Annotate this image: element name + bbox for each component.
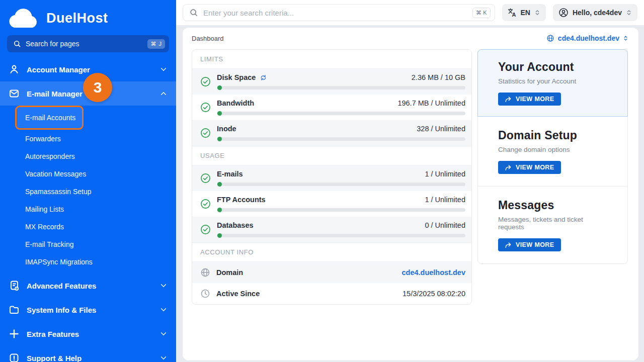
sidebar-search[interactable]: Search for pages ⌘ J: [7, 35, 169, 52]
limits-header: LIMITS: [192, 50, 471, 69]
sidebar-nav: Account Manager E-mail Manager E-mail Ac…: [0, 57, 176, 362]
sidebar-item-autoresponders[interactable]: Autoresponders: [0, 147, 176, 165]
annotation-step-badge: 3: [83, 73, 112, 102]
redirect-icon: [505, 164, 512, 171]
sidebar-item-imapsync-migrations[interactable]: IMAPSync Migrations: [0, 253, 176, 270]
domain-link[interactable]: cde4.duelhost.dev: [401, 268, 465, 277]
domain-selector[interactable]: cde4.duelhost.dev: [546, 34, 628, 42]
user-menu[interactable]: Hello, cde4dev: [553, 4, 637, 21]
info-row-domain: Domain cde4.duelhost.dev: [192, 262, 471, 283]
redirect-icon: [505, 242, 512, 248]
chevron-down-icon: [159, 65, 168, 73]
sidebar-item-spamassassin-setup[interactable]: Spamassassin Setup: [0, 183, 176, 200]
user-greeting: Hello, cde4dev: [573, 9, 622, 17]
sort-chevrons-icon: [534, 9, 540, 16]
check-circle-icon: [200, 199, 211, 209]
sidebar-item-mailing-lists[interactable]: Mailing Lists: [0, 200, 176, 218]
sidebar-item-label: Support & Help: [27, 354, 152, 362]
card-domain-setup: Domain Setup Change domain options VIEW …: [478, 117, 627, 186]
view-more-button[interactable]: VIEW MORE: [498, 93, 561, 106]
refresh-icon[interactable]: [260, 74, 267, 81]
user-circle-icon: [558, 8, 569, 18]
stat-label: Bandwidth: [217, 99, 254, 107]
stat-value: 196.7 MB / Unlimited: [397, 99, 465, 107]
user-icon: [9, 64, 20, 75]
domain-selector-label: cde4.duelhost.dev: [558, 34, 619, 42]
language-selector[interactable]: A EN: [502, 4, 546, 21]
card-subtitle: Messages, tickets and ticket requests: [498, 216, 607, 231]
sidebar-item-label: System Info & Files: [27, 306, 152, 314]
view-more-label: VIEW MORE: [516, 164, 554, 171]
stat-row-ftp-accounts: FTP Accounts 1 / Unlimited: [192, 191, 471, 217]
chevron-up-icon: [159, 89, 168, 98]
globe-icon: [546, 34, 554, 42]
card-title: Messages: [498, 199, 607, 212]
sort-chevrons-icon: [626, 9, 632, 16]
stat-value: 1 / Unlimited: [425, 170, 465, 178]
folder-icon: [9, 304, 20, 315]
view-more-label: VIEW MORE: [516, 96, 554, 103]
usage-header: USAGE: [192, 146, 471, 165]
main-content: Dashboard cde4.duelhost.dev LIMITS Disk …: [183, 28, 638, 360]
sidebar-item-mx-records[interactable]: MX Records: [0, 218, 176, 235]
chevron-down-icon: [159, 282, 168, 290]
email-submenu: E-mail Accounts Forwarders Autoresponder…: [0, 106, 176, 270]
card-subtitle: Change domain options: [498, 146, 607, 153]
translate-icon: A: [508, 8, 517, 17]
progress-bar: [217, 208, 465, 212]
stat-value: 1 / Unlimited: [425, 196, 465, 204]
sidebar-item-advanced-features[interactable]: Advanced Features: [0, 274, 176, 298]
info-label: Domain: [216, 268, 243, 277]
sort-chevrons-icon: [623, 35, 628, 42]
stat-row-disk-space: Disk Space 2.36 MB / 10 GB: [192, 69, 471, 95]
check-circle-icon: [200, 173, 211, 184]
logo[interactable]: DuelHost: [0, 0, 176, 31]
help-icon: [9, 352, 20, 362]
stat-value: 328 / Unlimited: [417, 125, 465, 133]
annotation-highlight-box[interactable]: E-mail Accounts: [15, 106, 84, 130]
info-value: 15/3/2025 08:02:20: [403, 290, 465, 298]
sidebar-item-label: Advanced Features: [27, 282, 152, 290]
breadcrumb: Dashboard: [192, 35, 224, 42]
progress-bar: [217, 183, 465, 186]
language-label: EN: [521, 9, 530, 17]
global-search-input[interactable]: [203, 9, 467, 17]
global-search[interactable]: ⌘ K: [183, 4, 495, 21]
check-circle-icon: [200, 102, 211, 113]
progress-bar: [217, 86, 465, 89]
card-title: Your Account: [498, 60, 607, 74]
sidebar-item-forwarders[interactable]: Forwarders: [0, 130, 176, 147]
check-circle-icon: [200, 224, 211, 235]
doc-gear-icon: [9, 280, 20, 291]
topbar: ⌘ K A EN Hello, cde4dev: [176, 0, 644, 25]
sidebar-item-system-info-files[interactable]: System Info & Files: [0, 298, 176, 322]
sidebar-item-email-tracking[interactable]: E-mail Tracking: [0, 235, 176, 253]
card-your-account: Your Account Statistics for your Account…: [477, 49, 628, 117]
stat-row-emails: E-mails 1 / Unlimited: [192, 165, 471, 191]
stat-value: 0 / Unlimited: [425, 221, 465, 229]
stat-label: Disk Space: [217, 73, 256, 81]
stat-row-bandwidth: Bandwidth 196.7 MB / Unlimited: [192, 95, 471, 120]
info-label: Active Since: [216, 290, 260, 298]
plus-icon: [9, 328, 20, 339]
sidebar-item-extra-features[interactable]: Extra Features: [0, 322, 176, 346]
stat-value: 2.36 MB / 10 GB: [412, 73, 465, 81]
sidebar-item-support-help[interactable]: Support & Help: [0, 346, 176, 362]
chevron-down-icon: [159, 306, 168, 314]
sidebar-item-label: Extra Features: [27, 330, 152, 338]
progress-bar: [217, 137, 465, 141]
sidebar-item-email-accounts[interactable]: E-mail Accounts: [17, 114, 75, 122]
sidebar-search-placeholder: Search for pages: [26, 40, 143, 48]
progress-bar: [217, 112, 465, 115]
view-more-button[interactable]: VIEW MORE: [498, 238, 561, 251]
stat-row-databases: Databases 0 / Unlimited: [192, 217, 471, 242]
view-more-button[interactable]: VIEW MORE: [498, 161, 561, 174]
search-icon: [189, 8, 198, 17]
svg-text:A: A: [512, 12, 516, 18]
sidebar: DuelHost Search for pages ⌘ J Account Ma…: [0, 0, 176, 362]
sidebar-item-label: Account Manager: [27, 65, 152, 74]
chevron-down-icon: [159, 354, 168, 362]
logo-text: DuelHost: [46, 11, 108, 26]
sidebar-item-vacation-messages[interactable]: Vacation Messages: [0, 165, 176, 183]
stat-label: Databases: [217, 221, 254, 229]
